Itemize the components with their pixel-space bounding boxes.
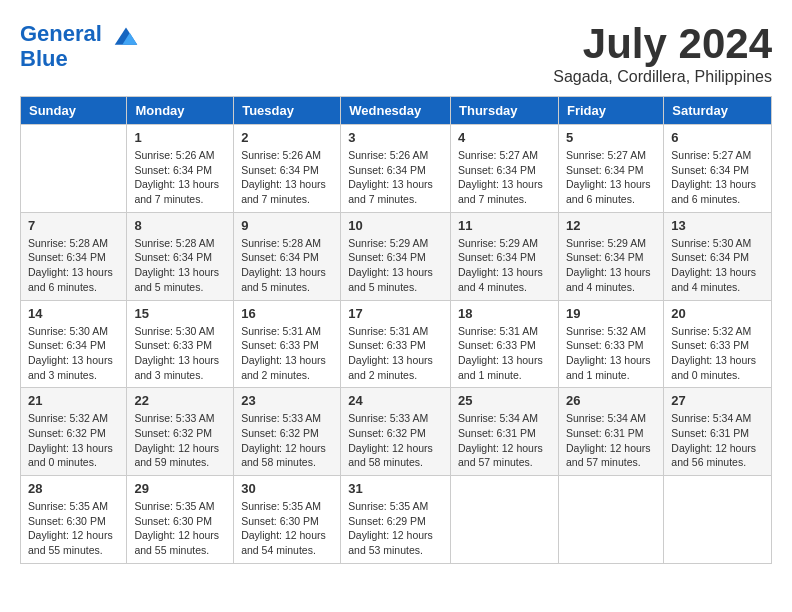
day-info: Sunrise: 5:33 AM Sunset: 6:32 PM Dayligh… xyxy=(348,411,443,470)
page-header: General Blue July 2024 Sagada, Cordiller… xyxy=(20,20,772,86)
day-info: Sunrise: 5:32 AM Sunset: 6:33 PM Dayligh… xyxy=(671,324,764,383)
calendar-cell: 22Sunrise: 5:33 AM Sunset: 6:32 PM Dayli… xyxy=(127,388,234,476)
calendar-cell: 28Sunrise: 5:35 AM Sunset: 6:30 PM Dayli… xyxy=(21,476,127,564)
day-number: 28 xyxy=(28,481,119,496)
day-number: 29 xyxy=(134,481,226,496)
weekday-header: Thursday xyxy=(451,97,559,125)
day-info: Sunrise: 5:28 AM Sunset: 6:34 PM Dayligh… xyxy=(241,236,333,295)
day-info: Sunrise: 5:35 AM Sunset: 6:30 PM Dayligh… xyxy=(241,499,333,558)
day-info: Sunrise: 5:35 AM Sunset: 6:30 PM Dayligh… xyxy=(28,499,119,558)
day-info: Sunrise: 5:34 AM Sunset: 6:31 PM Dayligh… xyxy=(671,411,764,470)
calendar-cell: 12Sunrise: 5:29 AM Sunset: 6:34 PM Dayli… xyxy=(558,212,663,300)
calendar-cell: 21Sunrise: 5:32 AM Sunset: 6:32 PM Dayli… xyxy=(21,388,127,476)
day-info: Sunrise: 5:29 AM Sunset: 6:34 PM Dayligh… xyxy=(566,236,656,295)
calendar-cell: 8Sunrise: 5:28 AM Sunset: 6:34 PM Daylig… xyxy=(127,212,234,300)
day-info: Sunrise: 5:35 AM Sunset: 6:30 PM Dayligh… xyxy=(134,499,226,558)
day-number: 31 xyxy=(348,481,443,496)
calendar-week-row: 14Sunrise: 5:30 AM Sunset: 6:34 PM Dayli… xyxy=(21,300,772,388)
calendar-cell: 14Sunrise: 5:30 AM Sunset: 6:34 PM Dayli… xyxy=(21,300,127,388)
calendar-cell xyxy=(21,125,127,213)
day-number: 14 xyxy=(28,306,119,321)
day-info: Sunrise: 5:27 AM Sunset: 6:34 PM Dayligh… xyxy=(458,148,551,207)
day-number: 26 xyxy=(566,393,656,408)
day-info: Sunrise: 5:34 AM Sunset: 6:31 PM Dayligh… xyxy=(566,411,656,470)
calendar-week-row: 7Sunrise: 5:28 AM Sunset: 6:34 PM Daylig… xyxy=(21,212,772,300)
day-info: Sunrise: 5:32 AM Sunset: 6:32 PM Dayligh… xyxy=(28,411,119,470)
day-number: 17 xyxy=(348,306,443,321)
calendar-cell: 29Sunrise: 5:35 AM Sunset: 6:30 PM Dayli… xyxy=(127,476,234,564)
day-info: Sunrise: 5:26 AM Sunset: 6:34 PM Dayligh… xyxy=(241,148,333,207)
day-number: 6 xyxy=(671,130,764,145)
day-info: Sunrise: 5:28 AM Sunset: 6:34 PM Dayligh… xyxy=(28,236,119,295)
day-number: 9 xyxy=(241,218,333,233)
day-number: 27 xyxy=(671,393,764,408)
day-info: Sunrise: 5:30 AM Sunset: 6:34 PM Dayligh… xyxy=(28,324,119,383)
calendar-cell: 23Sunrise: 5:33 AM Sunset: 6:32 PM Dayli… xyxy=(234,388,341,476)
calendar-cell xyxy=(451,476,559,564)
day-number: 30 xyxy=(241,481,333,496)
title-block: July 2024 Sagada, Cordillera, Philippine… xyxy=(553,20,772,86)
calendar-cell: 6Sunrise: 5:27 AM Sunset: 6:34 PM Daylig… xyxy=(664,125,772,213)
weekday-header: Monday xyxy=(127,97,234,125)
weekday-header-row: SundayMondayTuesdayWednesdayThursdayFrid… xyxy=(21,97,772,125)
calendar-cell: 26Sunrise: 5:34 AM Sunset: 6:31 PM Dayli… xyxy=(558,388,663,476)
calendar-table: SundayMondayTuesdayWednesdayThursdayFrid… xyxy=(20,96,772,564)
calendar-cell xyxy=(558,476,663,564)
calendar-cell: 16Sunrise: 5:31 AM Sunset: 6:33 PM Dayli… xyxy=(234,300,341,388)
day-info: Sunrise: 5:33 AM Sunset: 6:32 PM Dayligh… xyxy=(241,411,333,470)
calendar-cell: 25Sunrise: 5:34 AM Sunset: 6:31 PM Dayli… xyxy=(451,388,559,476)
day-number: 21 xyxy=(28,393,119,408)
calendar-cell: 31Sunrise: 5:35 AM Sunset: 6:29 PM Dayli… xyxy=(341,476,451,564)
calendar-cell: 7Sunrise: 5:28 AM Sunset: 6:34 PM Daylig… xyxy=(21,212,127,300)
day-number: 18 xyxy=(458,306,551,321)
calendar-cell: 17Sunrise: 5:31 AM Sunset: 6:33 PM Dayli… xyxy=(341,300,451,388)
calendar-cell: 20Sunrise: 5:32 AM Sunset: 6:33 PM Dayli… xyxy=(664,300,772,388)
calendar-cell: 5Sunrise: 5:27 AM Sunset: 6:34 PM Daylig… xyxy=(558,125,663,213)
day-number: 23 xyxy=(241,393,333,408)
calendar-cell: 24Sunrise: 5:33 AM Sunset: 6:32 PM Dayli… xyxy=(341,388,451,476)
day-info: Sunrise: 5:27 AM Sunset: 6:34 PM Dayligh… xyxy=(671,148,764,207)
calendar-cell: 27Sunrise: 5:34 AM Sunset: 6:31 PM Dayli… xyxy=(664,388,772,476)
calendar-cell: 19Sunrise: 5:32 AM Sunset: 6:33 PM Dayli… xyxy=(558,300,663,388)
day-number: 1 xyxy=(134,130,226,145)
calendar-week-row: 1Sunrise: 5:26 AM Sunset: 6:34 PM Daylig… xyxy=(21,125,772,213)
weekday-header: Sunday xyxy=(21,97,127,125)
day-number: 8 xyxy=(134,218,226,233)
day-info: Sunrise: 5:31 AM Sunset: 6:33 PM Dayligh… xyxy=(241,324,333,383)
calendar-cell: 1Sunrise: 5:26 AM Sunset: 6:34 PM Daylig… xyxy=(127,125,234,213)
day-number: 5 xyxy=(566,130,656,145)
logo: General Blue xyxy=(20,20,141,72)
calendar-cell: 11Sunrise: 5:29 AM Sunset: 6:34 PM Dayli… xyxy=(451,212,559,300)
day-number: 24 xyxy=(348,393,443,408)
calendar-cell: 4Sunrise: 5:27 AM Sunset: 6:34 PM Daylig… xyxy=(451,125,559,213)
day-number: 19 xyxy=(566,306,656,321)
weekday-header: Saturday xyxy=(664,97,772,125)
day-info: Sunrise: 5:30 AM Sunset: 6:34 PM Dayligh… xyxy=(671,236,764,295)
day-number: 25 xyxy=(458,393,551,408)
day-info: Sunrise: 5:26 AM Sunset: 6:34 PM Dayligh… xyxy=(134,148,226,207)
location: Sagada, Cordillera, Philippines xyxy=(553,68,772,86)
day-info: Sunrise: 5:26 AM Sunset: 6:34 PM Dayligh… xyxy=(348,148,443,207)
weekday-header: Friday xyxy=(558,97,663,125)
day-info: Sunrise: 5:30 AM Sunset: 6:33 PM Dayligh… xyxy=(134,324,226,383)
calendar-cell: 2Sunrise: 5:26 AM Sunset: 6:34 PM Daylig… xyxy=(234,125,341,213)
day-info: Sunrise: 5:34 AM Sunset: 6:31 PM Dayligh… xyxy=(458,411,551,470)
day-number: 3 xyxy=(348,130,443,145)
day-number: 16 xyxy=(241,306,333,321)
day-info: Sunrise: 5:35 AM Sunset: 6:29 PM Dayligh… xyxy=(348,499,443,558)
calendar-cell: 15Sunrise: 5:30 AM Sunset: 6:33 PM Dayli… xyxy=(127,300,234,388)
day-number: 7 xyxy=(28,218,119,233)
day-number: 13 xyxy=(671,218,764,233)
day-number: 22 xyxy=(134,393,226,408)
weekday-header: Wednesday xyxy=(341,97,451,125)
day-info: Sunrise: 5:33 AM Sunset: 6:32 PM Dayligh… xyxy=(134,411,226,470)
day-number: 15 xyxy=(134,306,226,321)
day-info: Sunrise: 5:32 AM Sunset: 6:33 PM Dayligh… xyxy=(566,324,656,383)
day-info: Sunrise: 5:31 AM Sunset: 6:33 PM Dayligh… xyxy=(458,324,551,383)
calendar-cell: 10Sunrise: 5:29 AM Sunset: 6:34 PM Dayli… xyxy=(341,212,451,300)
day-info: Sunrise: 5:31 AM Sunset: 6:33 PM Dayligh… xyxy=(348,324,443,383)
calendar-cell: 9Sunrise: 5:28 AM Sunset: 6:34 PM Daylig… xyxy=(234,212,341,300)
day-info: Sunrise: 5:27 AM Sunset: 6:34 PM Dayligh… xyxy=(566,148,656,207)
calendar-cell: 30Sunrise: 5:35 AM Sunset: 6:30 PM Dayli… xyxy=(234,476,341,564)
calendar-week-row: 21Sunrise: 5:32 AM Sunset: 6:32 PM Dayli… xyxy=(21,388,772,476)
